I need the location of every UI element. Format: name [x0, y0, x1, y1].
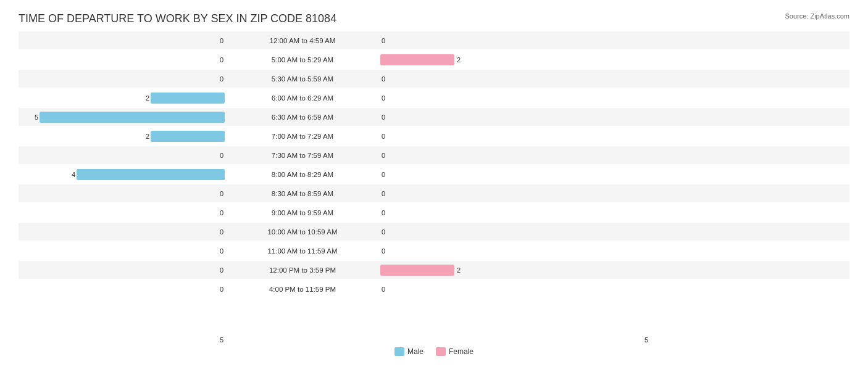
male-value: 0 [220, 286, 223, 293]
axis-left-label: 5 [19, 336, 228, 344]
left-section: 0 [19, 280, 228, 298]
chart-row: 0 12:00 AM to 4:59 AM 0 [19, 31, 849, 49]
chart-row: 0 9:00 AM to 9:59 AM 0 [19, 204, 849, 221]
source-text: Source: ZipAtlas.com [785, 12, 849, 20]
chart-row: 2 7:00 AM to 7:29 AM 0 [19, 127, 849, 145]
axis-center-spacer [360, 336, 508, 344]
chart-container: TIME OF DEPARTURE TO WORK BY SEX IN ZIP … [0, 0, 868, 367]
chart-row: 4 8:00 AM to 8:29 AM 0 [19, 165, 849, 183]
left-section: 0 [19, 51, 228, 68]
male-value: 2 [146, 94, 149, 102]
right-section: 0 [377, 108, 586, 126]
legend-female: Female [436, 347, 474, 356]
left-section: 0 [19, 242, 228, 260]
time-label: 12:00 PM to 3:59 PM [228, 266, 377, 274]
time-label: 9:00 AM to 9:59 AM [228, 209, 377, 216]
left-section: 4 [19, 165, 228, 183]
chart-row: 5 6:30 AM to 6:59 AM 0 [19, 108, 849, 126]
left-section: 5 [19, 108, 228, 126]
right-section: 0 [377, 89, 586, 107]
time-label: 6:30 AM to 6:59 AM [228, 113, 377, 121]
right-section: 0 [377, 146, 586, 164]
right-section: 0 [377, 127, 586, 145]
female-value: 2 [457, 266, 461, 274]
time-label: 7:30 AM to 7:59 AM [228, 152, 377, 159]
female-value: 0 [382, 247, 385, 255]
female-value: 0 [382, 133, 385, 140]
axis-right-label: 5 [640, 336, 849, 344]
left-section: 0 [19, 204, 228, 221]
right-section: 0 [377, 242, 586, 260]
female-value: 0 [382, 286, 385, 293]
right-section: 0 [377, 165, 586, 183]
female-bar [380, 54, 454, 65]
left-section: 0 [19, 31, 228, 49]
female-value: 0 [382, 75, 385, 83]
chart-row: 0 11:00 AM to 11:59 AM 0 [19, 242, 849, 260]
female-value: 0 [382, 37, 385, 44]
legend-male: Male [394, 347, 424, 356]
time-label: 5:00 AM to 5:29 AM [228, 56, 377, 64]
female-value: 2 [457, 56, 461, 64]
male-value: 0 [220, 75, 223, 83]
chart-row: 0 7:30 AM to 7:59 AM 0 [19, 146, 849, 164]
legend: Male Female [19, 347, 849, 356]
female-value: 0 [382, 209, 385, 216]
time-label: 11:00 AM to 11:59 AM [228, 247, 377, 255]
male-value: 4 [72, 171, 75, 178]
male-bar [77, 169, 225, 180]
legend-male-box [394, 347, 404, 356]
left-section: 2 [19, 127, 228, 145]
time-label: 12:00 AM to 4:59 AM [228, 37, 377, 44]
male-bar [40, 112, 225, 123]
female-bar [380, 265, 454, 276]
male-value: 0 [220, 190, 223, 197]
right-section: 2 [377, 51, 586, 68]
male-value: 0 [220, 37, 223, 44]
time-label: 10:00 AM to 10:59 AM [228, 228, 377, 236]
right-section: 0 [377, 204, 586, 221]
female-value: 0 [382, 228, 385, 236]
male-value: 0 [220, 56, 223, 64]
left-section: 0 [19, 184, 228, 202]
right-section: 0 [377, 31, 586, 49]
legend-female-box [436, 347, 446, 356]
left-section: 2 [19, 89, 228, 107]
chart-row: 0 8:30 AM to 8:59 AM 0 [19, 184, 849, 202]
female-value: 0 [382, 113, 385, 121]
time-label: 7:00 AM to 7:29 AM [228, 133, 377, 140]
male-bar [151, 93, 225, 104]
left-section: 0 [19, 223, 228, 241]
female-value: 0 [382, 190, 385, 197]
chart-area: 0 12:00 AM to 4:59 AM 0 0 5:00 AM to 5:2… [19, 31, 849, 334]
left-section: 0 [19, 261, 228, 279]
female-value: 0 [382, 152, 385, 159]
chart-row: 0 10:00 AM to 10:59 AM 0 [19, 223, 849, 241]
male-value: 0 [220, 209, 223, 216]
female-value: 0 [382, 94, 385, 102]
right-section: 2 [377, 261, 586, 279]
chart-title: TIME OF DEPARTURE TO WORK BY SEX IN ZIP … [19, 12, 849, 25]
chart-row: 0 5:30 AM to 5:59 AM 0 [19, 70, 849, 88]
time-label: 8:00 AM to 8:29 AM [228, 171, 377, 178]
left-section: 0 [19, 70, 228, 88]
time-label: 6:00 AM to 6:29 AM [228, 94, 377, 102]
male-value: 2 [146, 133, 149, 140]
right-section: 0 [377, 184, 586, 202]
chart-row: 0 12:00 PM to 3:59 PM 2 [19, 261, 849, 279]
male-bar [151, 131, 225, 142]
chart-row: 2 6:00 AM to 6:29 AM 0 [19, 89, 849, 107]
right-section: 0 [377, 70, 586, 88]
male-value: 0 [220, 152, 223, 159]
right-section: 0 [377, 280, 586, 298]
time-label: 4:00 PM to 11:59 PM [228, 286, 377, 293]
chart-row: 0 4:00 PM to 11:59 PM 0 [19, 280, 849, 298]
female-value: 0 [382, 171, 385, 178]
male-value: 5 [35, 113, 38, 121]
left-section: 0 [19, 146, 228, 164]
chart-row: 0 5:00 AM to 5:29 AM 2 [19, 51, 849, 68]
right-section: 0 [377, 223, 586, 241]
time-label: 8:30 AM to 8:59 AM [228, 190, 377, 197]
male-value: 0 [220, 247, 223, 255]
legend-female-label: Female [449, 347, 474, 356]
